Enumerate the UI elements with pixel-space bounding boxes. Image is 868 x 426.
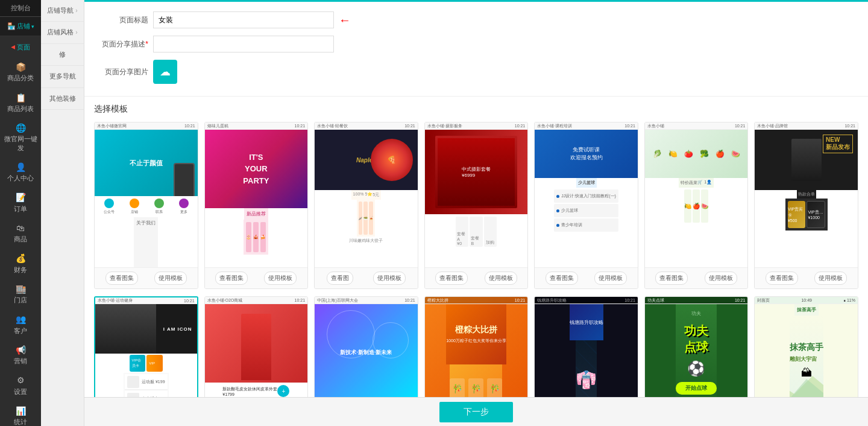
phone-status-r4: 橙粽大比拼10:21 (425, 297, 528, 304)
t2-view-btn[interactable]: 查看图集 (215, 272, 248, 285)
sub-item-store-style[interactable]: 店铺风格 › (41, 22, 84, 43)
t3-use-btn[interactable]: 使用模板 (373, 272, 406, 285)
sidebar-item-page[interactable]: ◂ 页面 (0, 36, 41, 57)
template-preview-r4: 橙粽大比拼10:21 橙粽大比拼 1000万粽子红包大奖等你来分享 🎋 🎋 🎋 (425, 297, 528, 397)
template-card-r5[interactable]: 钱塘路升职攻略10:21 钱塘路升职攻略 👘 江湖道路开启攻略 查看图集 使用模… (534, 296, 638, 397)
t6-use-btn[interactable]: 使用模板 (705, 272, 737, 285)
sidebar-store-section[interactable]: 🏪 店铺 ▾ (0, 17, 41, 36)
sidebar-item-marketing[interactable]: 📢 营销 (0, 340, 41, 370)
sidebar-item-mini-web[interactable]: 🌐 微官网一键发 (0, 118, 41, 157)
t6-veggie-4: 🥦 (697, 147, 711, 161)
store2-icon: 🏬 (2, 284, 39, 294)
template-card-t2[interactable]: 烙味儿蛋糕10:21 IT'SYOURPARTY 新品推荐 🎂 🎪 🍰 查看图集… (204, 122, 309, 289)
t4-use-btn[interactable]: 使用模板 (485, 272, 517, 285)
upload-image-button[interactable]: ☁ (153, 60, 177, 84)
title-input[interactable] (153, 11, 334, 28)
sidebar-item-order[interactable]: 📝 订单 (0, 187, 41, 217)
t2-hero-text: IT'SYOURPARTY (243, 151, 269, 187)
template-card-r7[interactable]: 封面页10:49 ∎ 11% 抹茶高手 抹茶高手雕刻大宇宙 🏔 开始挑战 (754, 296, 858, 397)
sidebar-item-settings[interactable]: ⚙ 设置 (0, 370, 41, 400)
t5-hero-text: 免费试听课欢迎报名预约 (570, 146, 603, 162)
next-step-button[interactable]: 下一步 (439, 402, 513, 422)
t1-icon-4: 更多 (179, 199, 189, 215)
template-grid-row1: 木鱼小铺微官网10:21 不止于颜值 公众号 店铺 (94, 122, 858, 289)
t4-product-3: 加购 (484, 217, 497, 247)
t3-view-btn[interactable]: 查看图 (327, 272, 353, 285)
sidebar-item-goods2[interactable]: 🛍 商品 (0, 218, 41, 248)
template-card-r1[interactable]: 水鱼小铺·运动健身10:21 I AM ICON VIP会员卡 VIP 运动服 … (94, 296, 198, 397)
mini-web-icon: 🌐 (2, 122, 39, 133)
r2-cart-btn: + (277, 385, 289, 397)
goods-cat-icon: 📦 (2, 62, 39, 72)
t7-view-btn[interactable]: 查看图集 (766, 272, 798, 285)
t4-actions: 查看图集 使用模板 (425, 267, 528, 288)
t4-product-1: 套餐A¥0 (456, 217, 468, 247)
template-card-r3[interactable]: 中国(上海)百联网大会10:21 新技术·新制造·新未来 (314, 296, 418, 397)
t5-view-btn[interactable]: 查看图集 (546, 272, 578, 285)
t1-phone-mockup (174, 163, 195, 196)
sidebar-item-finance[interactable]: 💰 财务 (0, 248, 41, 278)
store-chevron: ▾ (31, 24, 34, 30)
t6-view-btn[interactable]: 查看图集 (655, 272, 688, 285)
template-card-t4[interactable]: 水鱼小铺·摄影服务10:21 中式摄影套餐¥6999 套餐A¥0 套餐B 加购 … (424, 122, 529, 289)
template-card-t5[interactable]: 水鱼小铺·课程培训10:21 免费试听课欢迎报名预约 少儿篮球 JJ设计:快速入… (534, 122, 638, 289)
template-preview-r6: 功夫点球10:21 功夫 功夫点球 ⚽ 开始点球 (645, 297, 748, 397)
template-preview-r5: 钱塘路升职攻略10:21 钱塘路升职攻略 👘 江湖道路开启攻略 (535, 297, 638, 397)
template-grid-row2: 水鱼小铺·运动健身10:21 I AM ICON VIP会员卡 VIP 运动服 … (94, 296, 858, 397)
template-card-r6[interactable]: 功夫点球10:21 功夫 功夫点球 ⚽ 开始点球 查看图集 使用模板 (644, 296, 749, 397)
t3-item-2: 🥗 (363, 202, 368, 235)
sub-item-more-nav[interactable]: 修 (41, 44, 84, 66)
t6-hero: 🥬 🍋 🍅 🥦 🍎 🍉 (645, 130, 748, 178)
sidebar-top-bar[interactable]: 控制台 (0, 0, 41, 17)
sidebar-item-store[interactable]: 🏬 门店 (0, 279, 41, 309)
t3-item-1: 🌶 (359, 202, 362, 235)
t2-actions: 查看图集 使用模板 (205, 267, 308, 288)
upload-cloud-icon: ☁ (160, 65, 171, 78)
t3-hero: Naples 🍕 (315, 130, 418, 190)
sidebar-item-personal[interactable]: 👤 个人中心 (0, 157, 41, 187)
t6-product-2: 🍎 (693, 189, 700, 223)
t6-veggie-2: 🍋 (666, 147, 679, 161)
t7-use-btn[interactable]: 使用模板 (814, 272, 847, 285)
template-card-r4[interactable]: 橙粽大比拼10:21 橙粽大比拼 1000万粽子红包大奖等你来分享 🎋 🎋 🎋 (424, 296, 529, 397)
sidebar-item-goods-category[interactable]: 📦 商品分类 (0, 57, 41, 87)
sidebar-item-customer[interactable]: 👥 客户 (0, 309, 41, 339)
template-preview-r7: 封面页10:49 ∎ 11% 抹茶高手 抹茶高手雕刻大宇宙 🏔 开始挑战 (755, 297, 858, 397)
t2-product-2: 🎪 (253, 222, 259, 252)
template-preview-t7: 木鱼小铺·品牌馆10:21 NEW新品发布 热款合单 VIP贵宾卡¥500 VI… (755, 122, 858, 267)
t6-product-3: 🍉 (701, 189, 708, 223)
sub-item-store-nav[interactable]: 店铺导航 › (41, 0, 84, 22)
template-card-r2[interactable]: 水鱼小铺·O2O商城10:21 新款翻毛皮女款休闲皮革外套¥1799 + 🏠首页… (204, 296, 309, 397)
share-img-row: 页面分享图片 ☁ (99, 60, 854, 84)
settings-icon: ⚙ (2, 375, 39, 386)
template-preview-t5: 水鱼小铺·课程培训10:21 免费试听课欢迎报名预约 少儿篮球 JJ设计:快速入… (535, 122, 638, 267)
sub-item-other[interactable]: 其他装修 (41, 88, 84, 110)
r1-vip-orange: VIP (146, 355, 163, 372)
template-card-t7[interactable]: 木鱼小铺·品牌馆10:21 NEW新品发布 热款合单 VIP贵宾卡¥500 VI… (754, 122, 858, 289)
phone-status-t1: 木鱼小铺微官网10:21 (95, 122, 198, 130)
sidebar-item-stats[interactable]: 📊 统计 (0, 401, 41, 426)
sub-item-other-decor[interactable]: 更多导航 (41, 66, 84, 87)
share-desc-input[interactable] (153, 36, 334, 52)
t1-view-btn[interactable]: 查看图集 (105, 272, 138, 285)
template-preview-r1: 水鱼小铺·运动健身10:21 I AM ICON VIP会员卡 VIP 运动服 … (95, 297, 197, 397)
template-preview-t4: 水鱼小铺·摄影服务10:21 中式摄影套餐¥6999 套餐A¥0 套餐B 加购 (425, 122, 528, 267)
t1-hero: 不止于颜值 (95, 130, 198, 196)
t6-veggie-5: 🍎 (713, 147, 726, 161)
template-card-t6[interactable]: 水鱼小铺10:21 🥬 🍋 🍅 🥦 🍎 🍉 特价蔬菜🛒 1👤 (644, 122, 749, 289)
t1-use-btn[interactable]: 使用模板 (154, 272, 187, 285)
template-card-t3[interactable]: 水鱼小铺·轻餐饮10:21 Naples 🍕 100% 5⭐5元 🌶 🥗 🍝 (314, 122, 418, 289)
template-preview-t2: 烙味儿蛋糕10:21 IT'SYOURPARTY 新品推荐 🎂 🎪 🍰 (205, 122, 308, 267)
t5-list-item-1: JJ设计:快速入门技能教程(一) (554, 189, 618, 203)
share-img-label: 页面分享图片 (99, 67, 153, 77)
template-card-t1[interactable]: 木鱼小铺微官网10:21 不止于颜值 公众号 店铺 (94, 122, 198, 289)
template-preview-t3: 水鱼小铺·轻餐饮10:21 Naples 🍕 100% 5⭐5元 🌶 🥗 🍝 (315, 122, 418, 267)
t2-use-btn[interactable]: 使用模板 (264, 272, 297, 285)
t5-use-btn[interactable]: 使用模板 (594, 272, 627, 285)
sidebar-item-goods-list[interactable]: 📋 商品列表 (0, 87, 41, 118)
t4-view-btn[interactable]: 查看图集 (435, 272, 468, 285)
t6-actions: 查看图集 使用模板 (645, 267, 748, 288)
share-desc-row: 页面分享描述* (99, 36, 854, 52)
r1-product-list: 运动服 ¥199 自由搏击 (124, 373, 169, 397)
r2-person (241, 314, 271, 380)
